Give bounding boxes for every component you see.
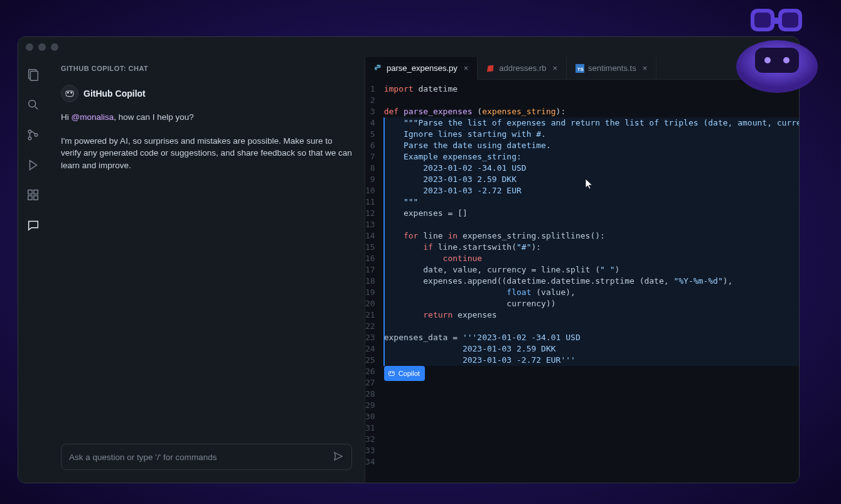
copilot-avatar-icon xyxy=(61,85,78,102)
code-line xyxy=(384,389,799,400)
chat-mention: @monalisa xyxy=(72,112,114,122)
copilot-chat-icon[interactable] xyxy=(24,217,42,234)
tab-label: addresses.rb xyxy=(499,63,546,73)
svg-point-13 xyxy=(377,65,378,65)
editor-tab[interactable]: TSsentiments.ts× xyxy=(567,57,656,79)
activity-bar xyxy=(18,57,48,483)
svg-point-11 xyxy=(67,92,69,94)
copilot-suggestion-tag[interactable]: Copilot xyxy=(384,366,425,381)
send-icon[interactable] xyxy=(333,451,344,464)
code-line xyxy=(384,377,799,389)
code-line: import datetime xyxy=(384,83,799,95)
code-line xyxy=(384,95,799,106)
editor-tab[interactable]: addresses.rb× xyxy=(478,57,567,79)
svg-line-3 xyxy=(35,107,38,110)
code-area: 1234567891011121314151617181920212223242… xyxy=(365,80,799,483)
svg-rect-9 xyxy=(34,196,38,200)
svg-point-17 xyxy=(392,372,394,373)
svg-point-6 xyxy=(35,134,38,137)
chat-panel-title: GITHUB COPILOT: CHAT xyxy=(48,57,365,80)
svg-rect-8 xyxy=(28,196,32,200)
titlebar xyxy=(18,37,799,57)
search-icon[interactable] xyxy=(24,96,42,114)
chat-intro: I'm powered by AI, so surprises and mist… xyxy=(61,135,352,172)
svg-rect-22 xyxy=(751,9,774,31)
code-line xyxy=(384,422,799,434)
svg-rect-24 xyxy=(754,13,771,28)
code-content[interactable]: import datetime def parse_expenses (expe… xyxy=(384,83,799,483)
svg-rect-26 xyxy=(774,18,778,24)
chat-body: GitHub Copilot Hi @monalisa, how can I h… xyxy=(48,80,365,437)
svg-rect-10 xyxy=(34,190,38,194)
close-icon[interactable]: × xyxy=(464,63,469,73)
close-window-button[interactable] xyxy=(26,43,33,51)
svg-point-4 xyxy=(28,130,31,133)
code-line: def parse_expenses (expenses_string): xyxy=(384,106,799,117)
code-line xyxy=(384,411,799,422)
chat-input[interactable]: Ask a question or type '/' for commands xyxy=(61,444,352,470)
tab-label: parse_expenses.py xyxy=(387,63,458,73)
close-icon[interactable]: × xyxy=(643,63,648,73)
svg-rect-23 xyxy=(778,9,802,31)
code-line xyxy=(384,445,799,456)
minimize-window-button[interactable] xyxy=(38,43,46,51)
svg-rect-1 xyxy=(30,72,38,81)
run-debug-icon[interactable] xyxy=(24,156,42,174)
chat-greeting-post: , how can I help you? xyxy=(114,112,194,122)
explorer-icon[interactable] xyxy=(24,66,42,83)
chat-input-placeholder: Ask a question or type '/' for commands xyxy=(69,453,333,462)
svg-point-5 xyxy=(28,137,31,140)
tab-label: sentiments.ts xyxy=(588,63,636,73)
svg-point-12 xyxy=(70,92,72,94)
close-icon[interactable]: × xyxy=(553,63,558,73)
editor-tabs: parse_expenses.py×addresses.rb×TSsentime… xyxy=(365,57,799,80)
code-line xyxy=(384,400,799,411)
svg-rect-25 xyxy=(782,13,798,28)
editor-panel: parse_expenses.py×addresses.rb×TSsentime… xyxy=(365,57,799,483)
maximize-window-button[interactable] xyxy=(51,43,58,51)
chat-greeting-pre: Hi xyxy=(61,112,72,122)
svg-point-2 xyxy=(29,100,36,107)
code-line xyxy=(384,456,799,468)
line-gutter: 1234567891011121314151617181920212223242… xyxy=(365,83,384,483)
code-line xyxy=(384,434,799,445)
chat-input-container: Ask a question or type '/' for commands xyxy=(48,437,365,483)
extensions-icon[interactable] xyxy=(24,186,42,204)
chat-panel: GITHUB COPILOT: CHAT GitHub Copilot Hi @… xyxy=(48,57,365,483)
source-control-icon[interactable] xyxy=(24,126,42,144)
svg-text:TS: TS xyxy=(577,66,584,72)
workspace: GITHUB COPILOT: CHAT GitHub Copilot Hi @… xyxy=(18,57,799,483)
chat-greeting: Hi @monalisa, how can I help you? xyxy=(61,111,352,124)
chat-sender-name: GitHub Copilot xyxy=(83,88,146,99)
code-line xyxy=(384,366,799,377)
svg-point-16 xyxy=(390,372,391,373)
editor-tab[interactable]: parse_expenses.py× xyxy=(365,57,478,80)
chat-sender-row: GitHub Copilot xyxy=(61,85,352,102)
app-window: GITHUB COPILOT: CHAT GitHub Copilot Hi @… xyxy=(18,36,800,483)
svg-rect-7 xyxy=(28,190,32,194)
